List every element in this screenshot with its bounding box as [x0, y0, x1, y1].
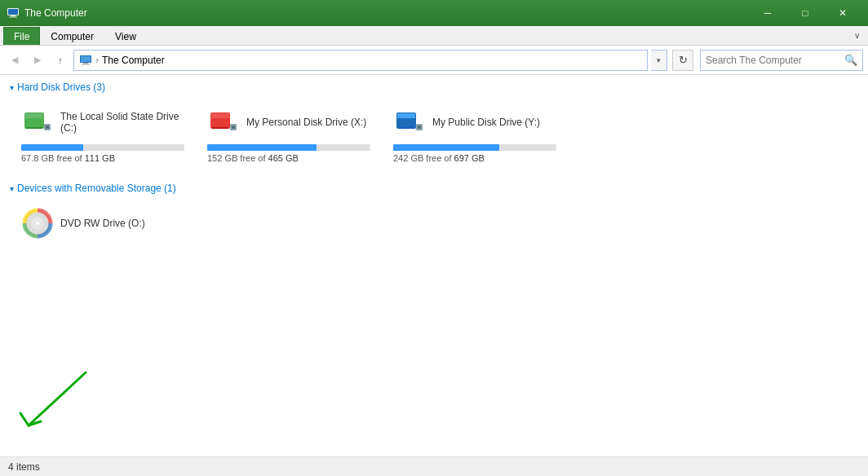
content-area: ▾ Hard Disk Drives (3) The Local Solid S… — [0, 75, 868, 456]
address-dropdown-button[interactable]: ▾ — [651, 50, 667, 71]
window-title: The Computer — [24, 7, 749, 19]
drive-c[interactable]: The Local Solid State Drive (C:) 67.8 GB… — [13, 99, 193, 170]
refresh-button[interactable]: ↻ — [672, 50, 693, 71]
drive-y[interactable]: My Public Disk Drive (Y:) 242 GB free of… — [385, 99, 565, 170]
svg-rect-12 — [46, 126, 49, 129]
tab-computer[interactable]: Computer — [40, 27, 104, 45]
removable-section-header[interactable]: ▾ Devices with Removable Storage (1) — [10, 183, 858, 194]
main-content: ▾ Hard Disk Drives (3) The Local Solid S… — [0, 75, 868, 456]
removable-devices-grid: DVD RW Drive (O:) — [10, 201, 858, 246]
annotation-arrow — [12, 368, 94, 434]
svg-rect-1 — [8, 9, 18, 15]
svg-rect-14 — [211, 113, 229, 118]
dvd-drive-name: DVD RW Drive (O:) — [60, 218, 145, 229]
dvd-icon — [21, 207, 54, 240]
removable-title: Devices with Removable Storage (1) — [17, 183, 176, 194]
tab-file[interactable]: File — [3, 27, 40, 45]
address-breadcrumb-field[interactable]: › The Computer — [73, 50, 648, 71]
svg-rect-10 — [26, 127, 42, 129]
drive-c-icon — [21, 106, 54, 139]
item-count: 4 items — [8, 461, 40, 473]
svg-point-29 — [36, 222, 39, 225]
svg-rect-3 — [9, 17, 17, 18]
tab-view[interactable]: View — [104, 27, 147, 45]
svg-line-30 — [29, 372, 86, 425]
search-icon[interactable]: 🔍 — [844, 54, 857, 66]
drive-x-free: 152 GB free of 465 GB — [207, 153, 370, 163]
drive-c-progress — [21, 144, 184, 151]
drive-y-fill — [393, 144, 499, 151]
window-controls: ─ □ ✕ — [749, 0, 861, 26]
back-button[interactable]: ◀ — [5, 51, 24, 70]
app-icon — [7, 7, 20, 20]
hard-drives-section-header[interactable]: ▾ Hard Disk Drives (3) — [10, 82, 858, 93]
dvd-drive-o[interactable]: DVD RW Drive (O:) — [13, 201, 160, 246]
drive-x-name: My Personal Disk Drive (X:) — [246, 117, 366, 128]
address-bar: ◀ ▶ ↑ › The Computer ▾ ↻ 🔍 — [0, 46, 868, 75]
drive-c-name: The Local Solid State Drive (C:) — [60, 111, 184, 134]
breadcrumb-text: The Computer — [102, 55, 165, 66]
svg-rect-20 — [398, 127, 414, 129]
hard-drives-grid: The Local Solid State Drive (C:) 67.8 GB… — [10, 99, 858, 170]
drive-x-progress — [207, 144, 370, 151]
svg-rect-19 — [397, 113, 415, 118]
svg-rect-9 — [25, 113, 43, 118]
drive-c-fill — [21, 144, 83, 151]
search-box[interactable]: 🔍 — [700, 50, 863, 71]
pc-icon — [79, 54, 92, 67]
breadcrumb-arrow: › — [95, 55, 99, 66]
svg-rect-5 — [81, 56, 91, 62]
svg-rect-17 — [232, 126, 235, 129]
drive-y-free: 242 GB free of 697 GB — [393, 153, 556, 163]
hard-drives-title: Hard Disk Drives (3) — [17, 82, 105, 93]
drive-x-fill — [207, 144, 317, 151]
maximize-button[interactable]: □ — [786, 0, 824, 26]
ribbon-tabs: File Computer View ∨ — [0, 26, 868, 46]
drive-x-icon — [207, 106, 240, 139]
drive-y-name: My Public Disk Drive (Y:) — [432, 117, 540, 128]
drive-y-progress — [393, 144, 556, 151]
ribbon-collapse-button[interactable]: ∨ — [848, 25, 865, 45]
forward-button[interactable]: ▶ — [28, 51, 47, 70]
title-bar: The Computer ─ □ ✕ — [0, 0, 868, 26]
svg-rect-7 — [82, 64, 90, 64]
svg-rect-22 — [418, 126, 421, 129]
removable-chevron: ▾ — [10, 184, 14, 193]
svg-rect-6 — [83, 63, 88, 64]
drive-c-free: 67.8 GB free of 111 GB — [21, 153, 184, 163]
drive-y-icon — [393, 106, 426, 139]
minimize-button[interactable]: ─ — [749, 0, 786, 26]
up-button[interactable]: ↑ — [51, 51, 70, 70]
svg-rect-2 — [11, 15, 16, 17]
svg-rect-15 — [212, 127, 228, 129]
status-bar: 4 items — [0, 456, 868, 476]
close-button[interactable]: ✕ — [824, 0, 861, 26]
hard-drives-chevron: ▾ — [10, 83, 14, 92]
search-input[interactable] — [706, 55, 844, 66]
drive-x[interactable]: My Personal Disk Drive (X:) 152 GB free … — [199, 99, 379, 170]
